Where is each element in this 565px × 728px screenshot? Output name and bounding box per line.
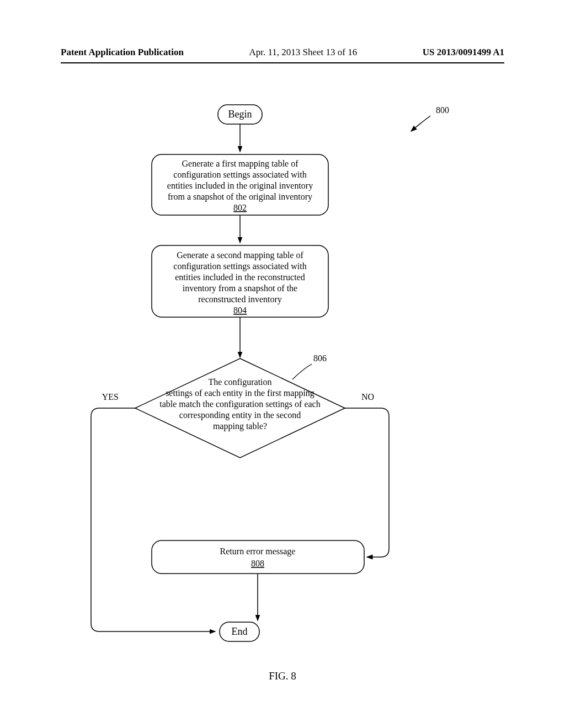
figure-caption: FIG. 8 — [0, 670, 565, 682]
begin-label: Begin — [228, 109, 252, 120]
dec806-l2: settings of each entity in the first map… — [166, 388, 315, 398]
end-label: End — [232, 626, 248, 637]
dec806-l3: table match the configuration settings o… — [159, 399, 320, 409]
step804-l3: entities included in the reconstructed — [175, 272, 305, 282]
step802-l3: entities included in the original invent… — [167, 181, 313, 191]
ref-800: 800 — [436, 105, 449, 115]
step804-l4: inventory from a snapshot of the — [183, 283, 297, 293]
svg-rect-8 — [152, 540, 364, 574]
step808-ref: 808 — [251, 559, 264, 568]
flowchart-diagram: Begin 800 Generate a first mapping table… — [0, 83, 565, 678]
header-publication: Patent Application Publication — [61, 47, 184, 58]
yes-label: YES — [102, 392, 119, 402]
step802-l1: Generate a first mapping table of — [182, 159, 299, 169]
step802-l2: configuration settings associated with — [173, 170, 306, 180]
page-header: Patent Application Publication Apr. 11, … — [0, 47, 565, 58]
header-date-sheet: Apr. 11, 2013 Sheet 13 of 16 — [249, 47, 357, 58]
step804-l1: Generate a second mapping table of — [177, 250, 303, 260]
header-pub-number: US 2013/0091499 A1 — [423, 47, 504, 58]
step804-l2: configuration settings associated with — [173, 261, 306, 271]
step802-ref: 802 — [233, 203, 247, 212]
header-divider — [61, 62, 504, 63]
dec806-ref: 806 — [313, 354, 327, 363]
dec806-l4: corresponding entity in the second — [179, 410, 301, 420]
step804-ref: 804 — [233, 306, 247, 315]
step808-l1: Return error message — [220, 547, 296, 556]
step804-l5: reconstructed inventory — [198, 295, 282, 304]
dec806-l1: The configuration — [208, 377, 271, 387]
dec806-l5: mapping table? — [213, 421, 267, 431]
step802-l4: from a snapshot of the original inventor… — [168, 192, 312, 202]
no-label: NO — [361, 392, 374, 402]
